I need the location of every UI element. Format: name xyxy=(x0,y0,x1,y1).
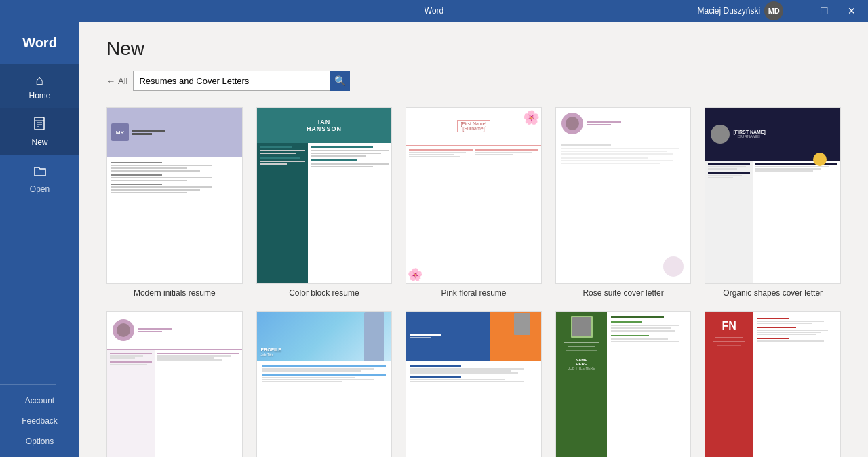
doc-avatar: MK xyxy=(111,123,129,141)
doc-line xyxy=(611,327,671,329)
section-header xyxy=(157,353,239,354)
doc-line xyxy=(708,166,745,167)
back-link-label: All xyxy=(118,76,127,86)
search-button[interactable]: 🔍 xyxy=(330,71,350,91)
template-card-bold-monogram[interactable]: FN xyxy=(705,311,841,457)
decoration-circle xyxy=(663,256,684,277)
doc-line xyxy=(611,338,667,340)
template-card-color-block[interactable]: IANHANSSON xyxy=(256,107,393,298)
doc-right xyxy=(155,350,242,457)
doc-line xyxy=(757,330,828,331)
sidebar-item-home[interactable]: ⌂ Home xyxy=(0,64,79,108)
doc-body xyxy=(107,350,242,457)
doc-photo xyxy=(364,312,384,361)
doc-line xyxy=(262,377,355,378)
back-link[interactable]: ← All xyxy=(106,76,127,86)
doc-body xyxy=(107,157,242,197)
doc-line xyxy=(410,379,505,380)
template-area: MK xyxy=(79,102,868,457)
minimize-button[interactable]: – xyxy=(789,3,808,19)
doc-line xyxy=(757,334,816,335)
maximize-button[interactable]: ☐ xyxy=(813,3,835,19)
new-icon xyxy=(33,117,47,135)
sidebar-label-home: Home xyxy=(28,91,50,100)
doc-line xyxy=(757,323,812,324)
mini-doc xyxy=(556,108,691,283)
doc-name: [FIRST NAME] xyxy=(733,130,765,134)
doc-name: NAMEHERE xyxy=(560,358,603,366)
template-card-organic-shapes[interactable]: [FIRST NAME] [SURNAME] xyxy=(705,107,841,298)
doc-line xyxy=(311,163,389,165)
user-avatar[interactable]: MD xyxy=(764,1,783,20)
template-card-pink-floral[interactable]: 🌸 [First Name][Surname] xyxy=(406,107,542,298)
doc-photo xyxy=(113,319,134,341)
doc-line xyxy=(311,166,373,167)
circle-inner xyxy=(566,117,579,130)
template-card-rose-suite-cover[interactable]: Rose suite cover letter xyxy=(555,107,692,298)
doc-line xyxy=(110,364,147,365)
home-icon: ⌂ xyxy=(35,73,43,88)
template-card-headshot-cover[interactable]: Headshot cover letter xyxy=(406,311,542,457)
doc-para xyxy=(561,160,673,161)
sidebar-label-feedback: Feedback xyxy=(22,416,58,426)
template-thumb: FN xyxy=(705,311,841,457)
doc-col xyxy=(409,149,538,158)
doc-line xyxy=(708,175,741,176)
name-line xyxy=(138,328,172,330)
flowers-decoration: 🌸 xyxy=(523,109,540,125)
template-label: Organic shapes cover letter xyxy=(705,288,841,298)
user-info[interactable]: Maciej Duszyński MD xyxy=(698,1,784,20)
search-icon: 🔍 xyxy=(334,75,346,86)
section-header xyxy=(757,327,797,328)
white-line xyxy=(713,341,745,342)
doc-header: [FIRST NAME] [SURNAME] xyxy=(705,108,840,161)
template-thumb xyxy=(106,311,243,457)
template-card-green-cube[interactable]: NAMEHERE JOB TITLE HERE xyxy=(555,311,692,457)
doc-line xyxy=(262,370,361,372)
doc-line xyxy=(410,372,518,374)
white-line xyxy=(713,334,745,334)
doc-section xyxy=(111,184,238,193)
doc-line xyxy=(475,152,532,153)
main-header: New ← All 🔍 xyxy=(79,22,868,102)
doc-line xyxy=(260,150,305,151)
doc-line xyxy=(157,355,231,357)
doc-block xyxy=(311,159,357,161)
template-card-blue-sky[interactable]: PROFILEJob Title xyxy=(256,311,393,457)
doc-line xyxy=(311,153,381,154)
section-title xyxy=(111,184,162,185)
user-name: Maciej Duszyński xyxy=(698,6,761,16)
sidebar-item-open[interactable]: Open xyxy=(0,155,79,202)
doc-line xyxy=(409,154,453,155)
sidebar-item-account[interactable]: Account xyxy=(0,391,79,411)
search-input[interactable] xyxy=(133,71,350,91)
doc-right xyxy=(753,161,840,283)
name-line xyxy=(132,130,165,132)
section-header xyxy=(757,318,789,319)
doc-body xyxy=(257,143,392,283)
doc-line xyxy=(755,166,829,167)
doc-line xyxy=(260,163,287,165)
white-line xyxy=(715,337,743,338)
sidebar-item-feedback[interactable]: Feedback xyxy=(0,411,79,431)
template-label: Pink floral resume xyxy=(406,288,542,298)
template-card-modern-initials[interactable]: MK xyxy=(106,107,243,298)
sidebar-item-options[interactable]: Options xyxy=(0,431,79,452)
doc-left xyxy=(705,161,753,283)
back-arrow-icon: ← xyxy=(106,76,115,86)
doc-line xyxy=(611,330,675,332)
close-button[interactable]: ✕ xyxy=(841,3,863,19)
template-card-rose-suite-resume[interactable]: Rose suite resume xyxy=(106,311,243,457)
sidebar-item-new[interactable]: New xyxy=(0,108,79,155)
doc-line xyxy=(157,357,215,359)
section-title xyxy=(111,174,162,176)
doc-jobtitle: JOB TITLE HERE xyxy=(568,366,595,370)
template-label: Modern initials resume xyxy=(106,288,243,298)
template-thumb: NAMEHERE JOB TITLE HERE xyxy=(555,311,692,457)
section-header xyxy=(262,365,387,367)
section-header xyxy=(262,374,387,376)
doc-photo xyxy=(514,313,530,335)
doc-photo xyxy=(711,125,730,144)
doc-body xyxy=(406,146,541,161)
doc-body xyxy=(257,361,392,386)
